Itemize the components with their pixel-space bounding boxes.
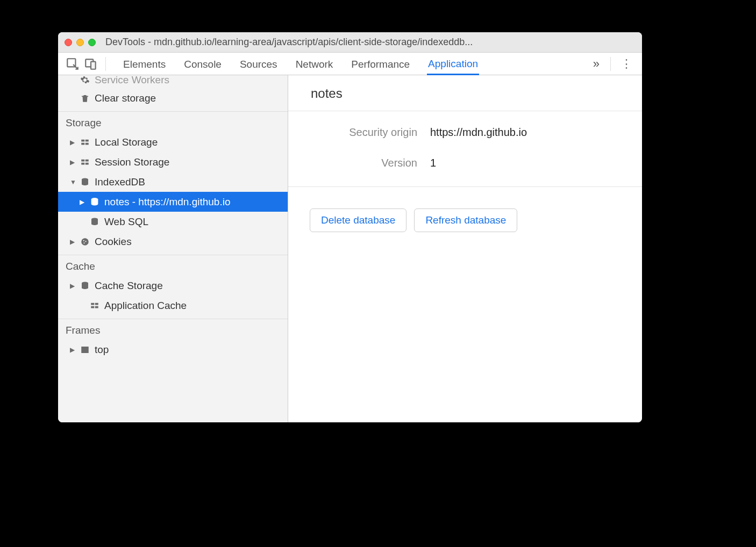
sidebar-item-application-cache[interactable]: Application Cache — [58, 296, 288, 315]
window-title: DevTools - mdn.github.io/learning-area/j… — [105, 37, 636, 48]
grid-icon — [89, 300, 100, 311]
sidebar-item-clear-storage[interactable]: Clear storage — [58, 88, 288, 108]
sidebar-item-label: Service Workers — [95, 75, 169, 86]
tab-application[interactable]: Application — [427, 53, 479, 75]
database-icon — [89, 197, 100, 207]
security-origin-value: https://mdn.github.io — [430, 126, 527, 139]
titlebar: DevTools - mdn.github.io/learning-area/j… — [58, 32, 642, 53]
chevron-right-icon: ▶ — [70, 139, 75, 146]
sidebar-item-top-frame[interactable]: ▶ top — [58, 340, 288, 359]
svg-rect-3 — [81, 139, 84, 141]
sidebar-item-service-workers[interactable]: Service Workers — [58, 75, 288, 88]
tab-sources[interactable]: Sources — [239, 53, 279, 75]
chevron-right-icon: ▶ — [70, 238, 75, 246]
svg-rect-9 — [81, 162, 84, 164]
frame-icon — [80, 344, 90, 355]
minimize-window-button[interactable] — [76, 39, 84, 46]
toolbar-separator — [610, 57, 611, 71]
detail-row-version: Version 1 — [310, 157, 621, 169]
grid-icon — [80, 137, 90, 148]
window-controls — [65, 39, 96, 46]
panel-body: Service Workers Clear storage Storage ▶ … — [58, 75, 642, 422]
cookie-icon — [80, 236, 90, 247]
sidebar-item-indexeddb-notes[interactable]: ▶ notes - https://mdn.github.io — [58, 192, 288, 212]
svg-rect-19 — [91, 303, 94, 305]
svg-rect-23 — [82, 347, 88, 352]
svg-rect-6 — [85, 142, 89, 145]
svg-rect-5 — [81, 142, 84, 145]
sidebar-item-label: Clear storage — [95, 92, 156, 104]
sidebar-group-frames: Frames — [58, 319, 288, 340]
grid-icon — [80, 157, 90, 168]
main-panel: notes Security origin https://mdn.github… — [288, 75, 642, 422]
sidebar-item-label: Web SQL — [104, 216, 148, 228]
chevron-right-icon: ▶ — [70, 159, 75, 166]
sidebar-group-cache: Cache — [58, 255, 288, 276]
svg-rect-2 — [91, 61, 96, 69]
sidebar-item-web-sql[interactable]: Web SQL — [58, 212, 288, 232]
database-title: notes — [288, 75, 642, 111]
sidebar-item-label: top — [95, 344, 109, 356]
database-details: Security origin https://mdn.github.io Ve… — [288, 111, 642, 187]
chevron-right-icon: ▶ — [70, 346, 75, 354]
devtools-toolbar: Elements Console Sources Network Perform… — [58, 53, 642, 75]
svg-rect-20 — [95, 303, 98, 305]
sidebar-item-label: Application Cache — [104, 300, 187, 312]
detail-row-security-origin: Security origin https://mdn.github.io — [310, 126, 621, 139]
sidebar-item-cache-storage[interactable]: ▶ Cache Storage — [58, 276, 288, 296]
version-label: Version — [310, 157, 417, 169]
database-actions: Delete database Refresh database — [288, 187, 642, 254]
close-window-button[interactable] — [65, 39, 72, 46]
sidebar-group-storage: Storage — [58, 111, 288, 132]
chevron-down-icon: ▼ — [70, 178, 75, 186]
svg-rect-7 — [81, 159, 84, 161]
maximize-window-button[interactable] — [88, 39, 96, 46]
refresh-database-button[interactable]: Refresh database — [414, 208, 517, 232]
trash-icon — [80, 93, 90, 104]
chevron-right-icon: ▶ — [70, 282, 75, 290]
svg-rect-8 — [85, 159, 89, 161]
svg-rect-4 — [85, 139, 89, 141]
tab-console[interactable]: Console — [183, 53, 223, 75]
sidebar-item-label: Session Storage — [95, 156, 169, 168]
database-icon — [80, 280, 90, 291]
chevron-right-icon: ▶ — [80, 198, 85, 206]
sidebar-item-cookies[interactable]: ▶ Cookies — [58, 232, 288, 251]
panel-tabs: Elements Console Sources Network Perform… — [111, 53, 588, 75]
security-origin-label: Security origin — [310, 126, 417, 139]
svg-rect-21 — [91, 306, 94, 308]
tab-network[interactable]: Network — [295, 53, 334, 75]
sidebar-item-label: Cache Storage — [95, 280, 163, 292]
more-tabs-icon[interactable]: » — [588, 57, 605, 71]
svg-rect-22 — [95, 306, 98, 308]
gear-icon — [80, 75, 90, 85]
tab-performance[interactable]: Performance — [350, 53, 411, 75]
delete-database-button[interactable]: Delete database — [310, 208, 406, 232]
sidebar-item-session-storage[interactable]: ▶ Session Storage — [58, 152, 288, 172]
sidebar-item-label: Cookies — [95, 236, 132, 248]
sidebar-item-local-storage[interactable]: ▶ Local Storage — [58, 132, 288, 152]
svg-rect-10 — [85, 162, 89, 164]
svg-point-15 — [83, 240, 84, 241]
tab-elements[interactable]: Elements — [122, 53, 167, 75]
sidebar-item-label: IndexedDB — [95, 176, 145, 188]
devtools-window: DevTools - mdn.github.io/learning-area/j… — [58, 32, 642, 422]
sidebar-item-label: Local Storage — [95, 136, 158, 148]
inspect-element-icon[interactable] — [66, 57, 80, 71]
device-toggle-icon[interactable] — [84, 57, 98, 71]
sidebar-item-label: notes - https://mdn.github.io — [104, 196, 230, 208]
version-value: 1 — [430, 157, 436, 169]
svg-point-14 — [81, 238, 89, 246]
svg-point-17 — [83, 242, 84, 243]
database-icon — [80, 177, 90, 188]
svg-point-16 — [85, 241, 86, 242]
toolbar-separator — [105, 57, 106, 71]
settings-menu-icon[interactable]: ⋮ — [616, 57, 637, 71]
sidebar-item-indexeddb[interactable]: ▼ IndexedDB — [58, 172, 288, 192]
database-icon — [89, 217, 100, 227]
application-sidebar: Service Workers Clear storage Storage ▶ … — [58, 75, 288, 422]
